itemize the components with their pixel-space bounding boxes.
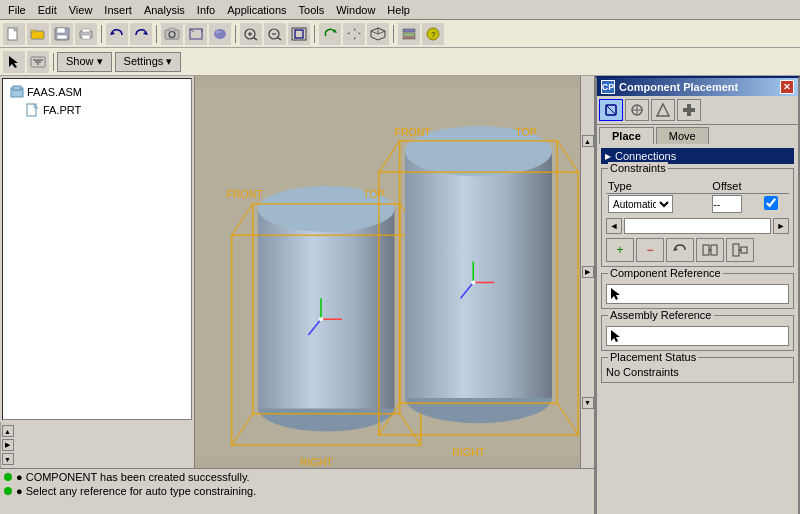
align-constraint-button[interactable] bbox=[726, 238, 754, 262]
constraint-row-1: Automatic Mate Align Insert Orient bbox=[606, 194, 789, 215]
separator-3 bbox=[235, 25, 236, 43]
shaded-button[interactable] bbox=[209, 23, 231, 45]
viewport-nav-up[interactable]: ▲ bbox=[582, 135, 594, 147]
component-ref-input[interactable] bbox=[622, 286, 787, 302]
pan-button[interactable] bbox=[343, 23, 365, 45]
menu-tools[interactable]: Tools bbox=[293, 2, 331, 18]
menu-view[interactable]: View bbox=[63, 2, 99, 18]
constraint-offset-input[interactable] bbox=[712, 195, 742, 213]
tree-item-fa[interactable]: FA.PRT bbox=[23, 101, 187, 119]
undo-button[interactable] bbox=[106, 23, 128, 45]
svg-line-26 bbox=[278, 37, 282, 40]
constraint-type-select[interactable]: Automatic Mate Align Insert Orient bbox=[608, 195, 673, 213]
offset-header: Offset bbox=[710, 179, 761, 194]
status-text-2: ● Select any reference for auto type con… bbox=[16, 485, 256, 497]
constraint-action-buttons: + − bbox=[606, 238, 789, 262]
dialog-close-button[interactable]: ✕ bbox=[780, 80, 794, 94]
menubar: File Edit View Insert Analysis Info Appl… bbox=[0, 0, 800, 20]
reset-constraint-button[interactable] bbox=[666, 238, 694, 262]
panel-nav-down[interactable]: ▼ bbox=[2, 453, 14, 465]
dialog-tabs: Place Move bbox=[597, 125, 798, 144]
filter-button[interactable] bbox=[27, 51, 49, 73]
menu-file[interactable]: File bbox=[2, 2, 32, 18]
menu-applications[interactable]: Applications bbox=[221, 2, 292, 18]
svg-rect-38 bbox=[403, 29, 415, 32]
svg-rect-97 bbox=[733, 244, 739, 256]
svg-marker-100 bbox=[611, 288, 620, 300]
save-button[interactable] bbox=[51, 23, 73, 45]
tree-label-fa: FA.PRT bbox=[43, 104, 81, 116]
menu-analysis[interactable]: Analysis bbox=[138, 2, 191, 18]
svg-rect-95 bbox=[711, 245, 717, 255]
svg-marker-90 bbox=[657, 104, 669, 116]
tab-place[interactable]: Place bbox=[599, 127, 654, 144]
svg-rect-70 bbox=[405, 151, 552, 398]
toolbar-row-1: ? bbox=[0, 20, 800, 48]
dialog-tool-pin1[interactable] bbox=[599, 99, 623, 121]
redo-button[interactable] bbox=[130, 23, 152, 45]
asm-icon bbox=[9, 84, 25, 100]
menu-info[interactable]: Info bbox=[191, 2, 221, 18]
menu-insert[interactable]: Insert bbox=[98, 2, 138, 18]
component-reference-label: Component Reference bbox=[608, 267, 723, 279]
constraint-checkbox[interactable] bbox=[764, 196, 778, 210]
svg-text:RIGHT: RIGHT bbox=[300, 456, 333, 468]
camera-button[interactable] bbox=[161, 23, 183, 45]
show-button[interactable]: Show ▾ bbox=[57, 52, 112, 72]
svg-line-36 bbox=[378, 31, 385, 34]
viewport-nav-right[interactable]: ▶ bbox=[582, 266, 594, 278]
panel-nav-right[interactable]: ▶ bbox=[2, 439, 14, 451]
remove-constraint-button[interactable]: − bbox=[636, 238, 664, 262]
svg-rect-5 bbox=[57, 28, 65, 33]
constraints-label: Constraints bbox=[608, 162, 668, 174]
settings-button[interactable]: Settings ▾ bbox=[115, 52, 182, 72]
zoom-out-button[interactable] bbox=[264, 23, 286, 45]
help-button[interactable]: ? bbox=[422, 23, 444, 45]
status-bar: ● COMPONENT has been created successfull… bbox=[0, 468, 594, 514]
status-dot-2 bbox=[4, 487, 12, 495]
left-panel: FAAS.ASM FA.PRT ▲ ▶ bbox=[0, 76, 195, 468]
view3d-button[interactable] bbox=[367, 23, 389, 45]
tree-label-faas: FAAS.ASM bbox=[27, 86, 82, 98]
model-tree: FAAS.ASM FA.PRT bbox=[2, 78, 192, 420]
constraints-scroll-left[interactable]: ◄ bbox=[606, 218, 622, 234]
open-button[interactable] bbox=[27, 23, 49, 45]
separator-6 bbox=[53, 53, 54, 71]
constraints-table: Type Offset Automatic Mate bbox=[606, 179, 789, 214]
status-text-1: ● COMPONENT has been created successfull… bbox=[16, 471, 250, 483]
select-button[interactable] bbox=[3, 51, 25, 73]
status-dot-1 bbox=[4, 473, 12, 481]
tree-item-faas[interactable]: FAAS.ASM bbox=[7, 83, 187, 101]
plus-icon: + bbox=[616, 243, 623, 257]
viewport-nav-down[interactable]: ▼ bbox=[582, 397, 594, 409]
dialog-content: ▶ Connections Constraints Type Offset bbox=[597, 144, 798, 514]
zoom-fit-button[interactable] bbox=[288, 23, 310, 45]
menu-help[interactable]: Help bbox=[381, 2, 416, 18]
layers-button[interactable] bbox=[398, 23, 420, 45]
placement-status-section: Placement Status No Constraints bbox=[601, 357, 794, 383]
panel-nav-up[interactable]: ▲ bbox=[2, 425, 14, 437]
dialog-tool-pin3[interactable] bbox=[651, 99, 675, 121]
assembly-ref-input[interactable] bbox=[622, 328, 787, 344]
svg-rect-3 bbox=[31, 30, 36, 32]
viewport: FRONT TOP RIGHT bbox=[195, 76, 594, 468]
tab-move[interactable]: Move bbox=[656, 127, 709, 144]
new-button[interactable] bbox=[3, 23, 25, 45]
dialog-tool-pin2[interactable] bbox=[625, 99, 649, 121]
svg-text:RIGHT: RIGHT bbox=[452, 446, 485, 458]
print-button[interactable] bbox=[75, 23, 97, 45]
zoom-in-button[interactable] bbox=[240, 23, 262, 45]
menu-window[interactable]: Window bbox=[330, 2, 381, 18]
wireframe-button[interactable] bbox=[185, 23, 207, 45]
svg-marker-31 bbox=[354, 35, 356, 40]
menu-edit[interactable]: Edit bbox=[32, 2, 63, 18]
dialog-tool-pin4[interactable] bbox=[677, 99, 701, 121]
constraints-scroll-right[interactable]: ► bbox=[773, 218, 789, 234]
move-constraint-button[interactable] bbox=[696, 238, 724, 262]
placement-status-label: Placement Status bbox=[608, 351, 698, 363]
rotate-button[interactable] bbox=[319, 23, 341, 45]
add-constraint-button[interactable]: + bbox=[606, 238, 634, 262]
svg-rect-39 bbox=[403, 33, 415, 36]
dialog-toolbar bbox=[597, 96, 798, 125]
scroll-left-icon: ◄ bbox=[610, 221, 619, 231]
